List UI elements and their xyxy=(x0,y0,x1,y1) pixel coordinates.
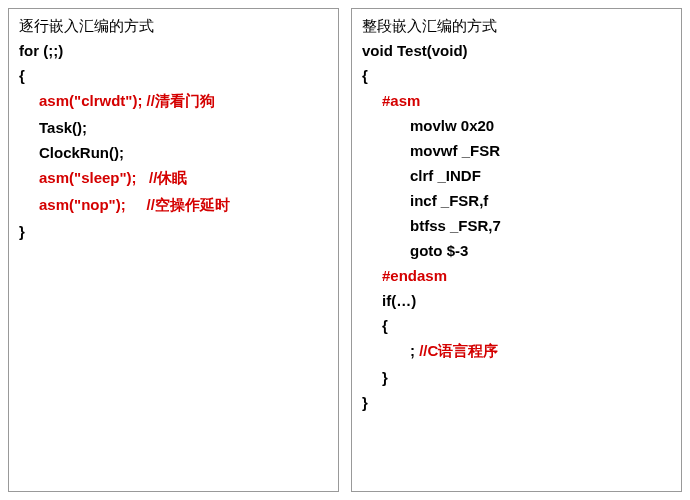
right-panel: 整段嵌入汇编的方式 void Test(void) { #asm movlw 0… xyxy=(351,8,682,492)
left-line-for: for (;;) xyxy=(19,42,328,59)
right-line-movlw: movlw 0x20 xyxy=(362,117,671,134)
right-line-if: if(…) xyxy=(362,292,671,309)
right-line-goto: goto $-3 xyxy=(362,242,671,259)
comment-nop: //空操作延时 xyxy=(147,196,230,213)
comment-sleep: //休眠 xyxy=(149,169,187,186)
code-asm-nop: asm("nop"); xyxy=(39,196,147,213)
right-line-if-brace-close: } xyxy=(362,369,671,386)
comment-clrwdt: //清看门狗 xyxy=(147,92,215,109)
left-line-clrwdt: asm("clrwdt"); //清看门狗 xyxy=(19,92,328,111)
left-line-sleep: asm("sleep"); //休眠 xyxy=(19,169,328,188)
left-line-clockrun: ClockRun(); xyxy=(19,144,328,161)
right-line-brace-open: { xyxy=(362,67,671,84)
code-asm-sleep: asm("sleep"); xyxy=(39,169,149,186)
left-line-nop: asm("nop"); //空操作延时 xyxy=(19,196,328,215)
right-line-if-brace-open: { xyxy=(362,317,671,334)
left-line-task: Task(); xyxy=(19,119,328,136)
right-line-clrf: clrf _INDF xyxy=(362,167,671,184)
left-line-brace-close: } xyxy=(19,223,328,240)
right-line-void: void Test(void) xyxy=(362,42,671,59)
left-title: 逐行嵌入汇编的方式 xyxy=(19,17,328,36)
right-line-c-comment: ; //C语言程序 xyxy=(362,342,671,361)
left-panel: 逐行嵌入汇编的方式 for (;;) { asm("clrwdt"); //清看… xyxy=(8,8,339,492)
right-line-asm-begin: #asm xyxy=(362,92,671,109)
code-panels: 逐行嵌入汇编的方式 for (;;) { asm("clrwdt"); //清看… xyxy=(8,8,682,492)
code-asm-clrwdt: asm("clrwdt"); xyxy=(39,92,147,109)
left-line-brace-open: { xyxy=(19,67,328,84)
right-title: 整段嵌入汇编的方式 xyxy=(362,17,671,36)
right-line-btfss: btfss _FSR,7 xyxy=(362,217,671,234)
right-line-incf: incf _FSR,f xyxy=(362,192,671,209)
comment-c-program: //C语言程序 xyxy=(419,342,498,359)
right-line-endasm: #endasm xyxy=(362,267,671,284)
semicolon: ; xyxy=(410,342,419,359)
right-line-brace-close: } xyxy=(362,394,671,411)
right-line-movwf: movwf _FSR xyxy=(362,142,671,159)
